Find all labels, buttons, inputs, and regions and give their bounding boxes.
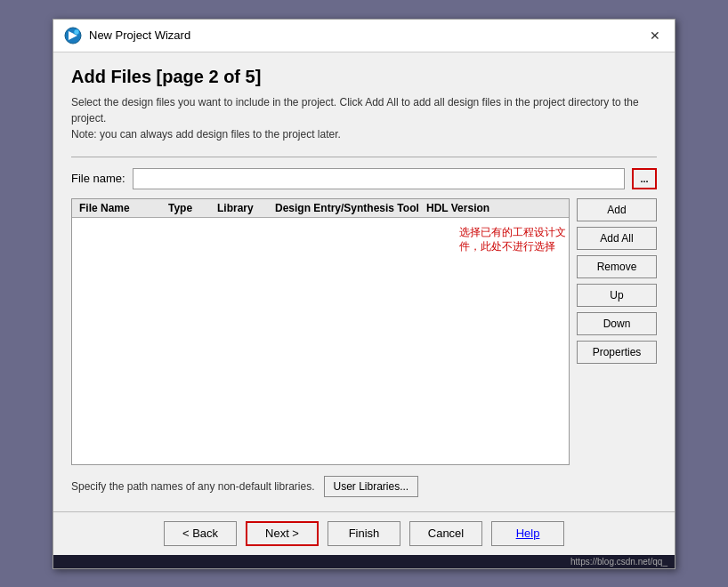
col-header-hdl: HDL Version (423, 202, 503, 214)
user-libraries-label: Specify the path names of any non-defaul… (71, 480, 315, 493)
dialog-content: Add Files [page 2 of 5] Select the desig… (53, 52, 675, 511)
divider (71, 157, 657, 157)
footer: < Back Next > Finish Cancel Help (53, 511, 675, 555)
file-name-label: File name: (71, 172, 125, 185)
title-bar-left: New Project Wizard (64, 27, 190, 44)
page-heading: Add Files [page 2 of 5] (71, 67, 657, 87)
next-button[interactable]: Next > (246, 521, 319, 546)
main-area: File Name Type Library Design Entry/Synt… (71, 198, 657, 465)
file-name-input[interactable] (133, 168, 625, 189)
add-all-button[interactable]: Add All (577, 227, 657, 250)
dialog-title: New Project Wizard (89, 28, 190, 42)
table-body (72, 218, 569, 464)
wizard-icon (64, 27, 82, 44)
browse-button[interactable]: ... (632, 168, 657, 189)
finish-button[interactable]: Finish (328, 521, 400, 546)
file-name-row: File name: ... (71, 168, 657, 189)
close-button[interactable]: ✕ (646, 27, 664, 44)
add-button[interactable]: Add (577, 198, 657, 221)
properties-button[interactable]: Properties (577, 341, 657, 364)
dialog-window: New Project Wizard ✕ Add Files [page 2 o… (53, 19, 675, 569)
desc-line2: Note: you can always add design files to… (71, 128, 341, 141)
col-header-type: Type (165, 202, 214, 214)
button-panel: Add Add All Remove Up Down Properties (577, 198, 657, 465)
title-bar: New Project Wizard ✕ (53, 20, 675, 52)
col-header-design: Design Entry/Synthesis Tool (271, 202, 423, 214)
desc-line1: Select the design files you want to incl… (71, 96, 639, 125)
user-libraries-button[interactable]: User Libraries... (324, 476, 419, 497)
url-bar: https://blog.csdn.net/qq_ (53, 555, 675, 568)
down-button[interactable]: Down (577, 312, 657, 335)
up-button[interactable]: Up (577, 284, 657, 307)
user-libraries-row: Specify the path names of any non-defaul… (71, 476, 657, 497)
col-header-library: Library (214, 202, 271, 214)
help-button[interactable]: Help (491, 521, 564, 546)
file-table: File Name Type Library Design Entry/Synt… (71, 198, 570, 465)
back-button[interactable]: < Back (164, 521, 237, 546)
svg-point-2 (74, 29, 79, 35)
cancel-button[interactable]: Cancel (409, 521, 482, 546)
col-header-filename: File Name (76, 202, 165, 214)
remove-button[interactable]: Remove (577, 255, 657, 278)
table-header: File Name Type Library Design Entry/Synt… (72, 199, 569, 218)
description: Select the design files you want to incl… (71, 94, 657, 142)
